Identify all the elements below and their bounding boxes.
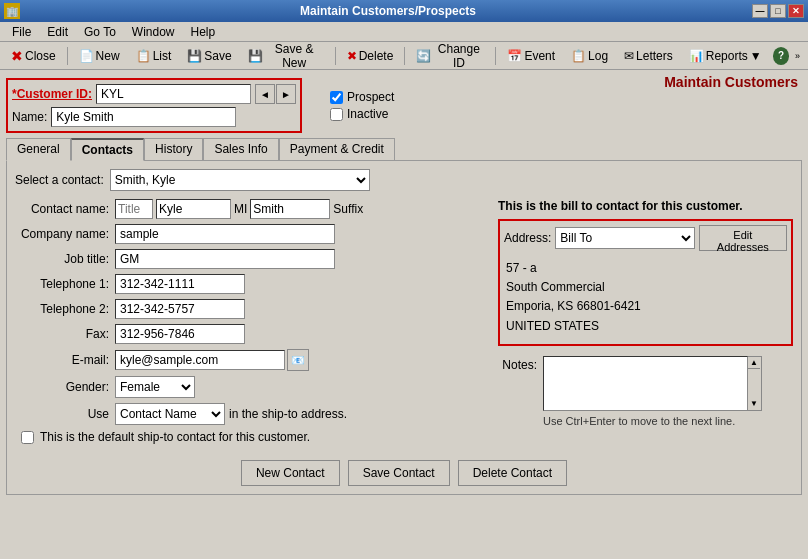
email-input[interactable] <box>115 350 285 370</box>
default-ship-row: This is the default ship-to contact for … <box>21 430 488 444</box>
tabs-container: General Contacts History Sales Info Paym… <box>6 137 802 495</box>
tab-sales-info[interactable]: Sales Info <box>203 138 278 161</box>
menu-file[interactable]: File <box>4 23 39 41</box>
notes-hint: Use Ctrl+Enter to move to the next line. <box>543 415 793 427</box>
select-contact-label: Select a contact: <box>15 173 104 187</box>
use-select[interactable]: Contact Name Company Name <box>115 403 225 425</box>
name-row: Name: <box>12 107 296 127</box>
log-button[interactable]: 📋 Log <box>564 45 615 67</box>
mi-label: MI <box>234 202 247 216</box>
list-icon: 📋 <box>136 49 151 63</box>
name-input[interactable] <box>51 107 236 127</box>
menu-help[interactable]: Help <box>183 23 224 41</box>
prospect-inactive-area: Prospect Inactive <box>330 90 394 121</box>
email-label: E-mail: <box>15 353 115 367</box>
tel1-input[interactable] <box>115 274 245 294</box>
tab-content: Select a contact: Smith, Kyle Contact na… <box>6 160 802 495</box>
next-button[interactable]: ► <box>276 84 296 104</box>
inactive-checkbox[interactable] <box>330 108 343 121</box>
prospect-row: Prospect <box>330 90 394 104</box>
tel2-input[interactable] <box>115 299 245 319</box>
email-row: E-mail: 📧 <box>15 349 488 371</box>
event-label: Event <box>524 49 555 63</box>
list-button[interactable]: 📋 List <box>129 45 179 67</box>
toolbar-overflow-icon[interactable]: » <box>791 47 804 65</box>
fax-input[interactable] <box>115 324 245 344</box>
last-name-input[interactable] <box>250 199 330 219</box>
job-input[interactable] <box>115 249 335 269</box>
tab-history[interactable]: History <box>144 138 203 161</box>
contact-select[interactable]: Smith, Kyle <box>110 169 370 191</box>
sep2 <box>335 47 336 65</box>
tab-payment-credit[interactable]: Payment & Credit <box>279 138 395 161</box>
name-label: Name: <box>12 110 47 124</box>
contact-columns: Contact name: MI Suffix Company name: <box>15 199 793 450</box>
address-line-3: Emporia, KS 66801-6421 <box>506 297 785 316</box>
main-content: Maintain Customers *Customer ID: ◄ ► Nam… <box>0 70 808 499</box>
menu-window[interactable]: Window <box>124 23 183 41</box>
event-button[interactable]: 📅 Event <box>500 45 562 67</box>
change-id-label: Change ID <box>433 42 484 70</box>
new-contact-button[interactable]: New Contact <box>241 460 340 486</box>
notes-textarea[interactable] <box>543 356 748 411</box>
contact-name-label: Contact name: <box>15 202 115 216</box>
reports-button[interactable]: 📊 Reports ▼ <box>682 45 769 67</box>
close-button[interactable]: ✖ Close <box>4 45 63 67</box>
app-icon: 🏢 <box>4 3 20 19</box>
bottom-buttons: New Contact Save Contact Delete Contact <box>15 460 793 486</box>
gender-select[interactable]: Female Male Unknown <box>115 376 195 398</box>
notes-scrollbar: ▲ ▼ <box>748 356 762 411</box>
delete-contact-button[interactable]: Delete Contact <box>458 460 567 486</box>
log-icon: 📋 <box>571 49 586 63</box>
title-input[interactable] <box>115 199 153 219</box>
new-icon: 📄 <box>79 49 94 63</box>
close-icon: ✖ <box>11 48 23 64</box>
menu-edit[interactable]: Edit <box>39 23 76 41</box>
customer-id-input[interactable] <box>96 84 251 104</box>
event-icon: 📅 <box>507 49 522 63</box>
gender-label: Gender: <box>15 380 115 394</box>
save-contact-button[interactable]: Save Contact <box>348 460 450 486</box>
company-row: Company name: <box>15 224 488 244</box>
inactive-row: Inactive <box>330 107 394 121</box>
contact-left: Contact name: MI Suffix Company name: <box>15 199 488 450</box>
tab-general[interactable]: General <box>6 138 71 161</box>
customer-id-row: *Customer ID: ◄ ► <box>12 84 296 104</box>
tab-contacts[interactable]: Contacts <box>71 138 144 161</box>
minimize-button[interactable]: — <box>752 4 768 18</box>
sep4 <box>495 47 496 65</box>
first-name-input[interactable] <box>156 199 231 219</box>
new-button[interactable]: 📄 New <box>72 45 127 67</box>
prev-button[interactable]: ◄ <box>255 84 275 104</box>
menu-goto[interactable]: Go To <box>76 23 124 41</box>
default-ship-checkbox[interactable] <box>21 431 34 444</box>
notes-row: Notes: ▲ ▼ <box>498 356 793 411</box>
save-new-icon: 💾 <box>248 49 263 63</box>
edit-addresses-button[interactable]: Edit Addresses <box>699 225 787 251</box>
help-icon[interactable]: ? <box>773 47 790 65</box>
save-new-button[interactable]: 💾 Save & New <box>241 45 331 67</box>
log-label: Log <box>588 49 608 63</box>
company-input[interactable] <box>115 224 335 244</box>
prospect-checkbox[interactable] <box>330 91 343 104</box>
email-lookup-button[interactable]: 📧 <box>287 349 309 371</box>
maximize-button[interactable]: □ <box>770 4 786 18</box>
nav-buttons: ◄ ► <box>255 84 296 104</box>
select-contact-row: Select a contact: Smith, Kyle <box>15 169 793 191</box>
change-id-button[interactable]: 🔄 Change ID <box>409 45 491 67</box>
save-button[interactable]: 💾 Save <box>180 45 238 67</box>
fax-label: Fax: <box>15 327 115 341</box>
letters-button[interactable]: ✉ Letters <box>617 45 680 67</box>
delete-button[interactable]: ✖ Delete <box>340 45 401 67</box>
address-select[interactable]: Bill To Ship To <box>555 227 694 249</box>
scroll-down-button[interactable]: ▼ <box>748 398 760 410</box>
change-id-icon: 🔄 <box>416 49 431 63</box>
close-window-button[interactable]: ✕ <box>788 4 804 18</box>
default-ship-label: This is the default ship-to contact for … <box>40 430 310 444</box>
letters-icon: ✉ <box>624 49 634 63</box>
address-select-row: Address: Bill To Ship To Edit Addresses <box>504 225 787 251</box>
scroll-up-button[interactable]: ▲ <box>748 357 760 369</box>
reports-label: Reports <box>706 49 748 63</box>
use-row: Use Contact Name Company Name in the shi… <box>15 403 488 425</box>
job-row: Job title: <box>15 249 488 269</box>
